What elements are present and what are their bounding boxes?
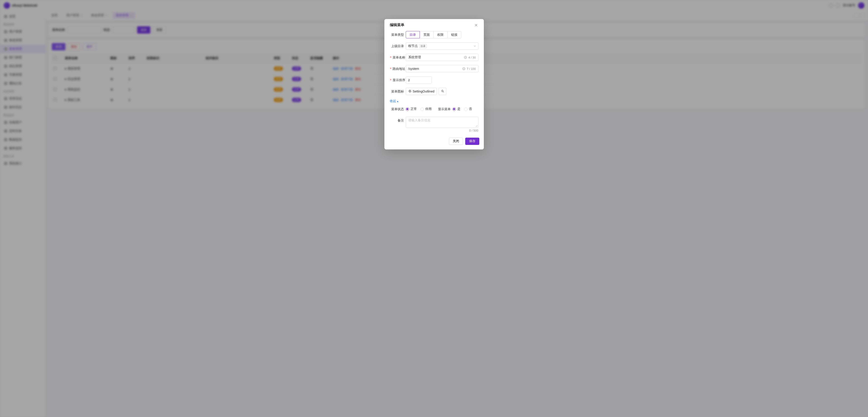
menu-type-page[interactable]: 页面 [420, 31, 434, 38]
status-radio-group: 正常 停用 [406, 107, 432, 111]
menu-type-link[interactable]: 链接 [447, 31, 461, 38]
caret-up-icon: ▲ [397, 100, 399, 103]
svg-point-0 [442, 90, 443, 92]
show-yes-radio[interactable]: 是 [453, 107, 460, 111]
chevron-down-icon [474, 45, 476, 47]
close-icon[interactable] [474, 23, 478, 28]
clear-icon[interactable]: ✕ [464, 56, 467, 59]
name-input[interactable] [408, 54, 464, 61]
sort-input-wrap [406, 76, 432, 84]
show-no-radio[interactable]: 否 [464, 107, 472, 111]
status-disabled-radio[interactable]: 停用 [421, 107, 432, 111]
close-button[interactable]: 关闭 [449, 138, 463, 145]
menu-type-group: 目录 页面 权限 链接 [406, 31, 461, 38]
parent-type-tag: 目录 [419, 44, 427, 48]
menu-type-dir[interactable]: 目录 [406, 31, 420, 38]
icon-search-button[interactable] [439, 88, 446, 95]
parent-label: 上级目录 [390, 42, 406, 50]
clear-icon[interactable]: ✕ [462, 67, 465, 70]
save-button[interactable]: 保存 [465, 138, 479, 145]
name-counter: 4 / 30 [468, 56, 476, 59]
edit-menu-modal: 编辑菜单 菜单类型 目录 页面 权限 链接 上级目 [384, 19, 484, 149]
show-label: 显示菜单 [438, 105, 453, 113]
remark-input-wrap [406, 117, 478, 128]
icon-value: SettingOutlined [413, 90, 435, 93]
collapse-toggle[interactable]: 收起▲ [390, 99, 399, 103]
name-input-wrap: ✕ 4 / 30 [406, 54, 478, 61]
menu-type-label: 菜单类型 [390, 31, 406, 38]
icon-display: SettingOutlined [406, 88, 437, 95]
status-normal-radio[interactable]: 正常 [406, 107, 417, 111]
show-radio-group: 是 否 [453, 107, 472, 111]
name-label: *菜单名称 [390, 54, 406, 61]
menu-type-perm[interactable]: 权限 [433, 31, 447, 38]
status-label: 菜单状态 [390, 105, 406, 113]
remark-input[interactable] [408, 118, 476, 126]
parent-value: 根节点 [408, 44, 418, 48]
route-input[interactable] [408, 65, 462, 72]
modal-title: 编辑菜单 [390, 23, 404, 28]
remark-counter: 0 / 500 [406, 129, 478, 132]
icon-label: 菜单图标 [390, 88, 406, 95]
sort-input[interactable] [406, 77, 432, 83]
gear-icon [408, 90, 411, 94]
parent-select[interactable]: 根节点 目录 [406, 42, 478, 50]
search-icon [441, 90, 444, 94]
route-input-wrap: ✕ 7 / 100 [406, 65, 478, 72]
sort-label: *显示排序 [390, 76, 406, 84]
resize-handle[interactable] [476, 125, 477, 127]
route-counter: 7 / 100 [467, 67, 476, 71]
route-label: *路由地址 [390, 65, 406, 72]
remark-label: 备注 [390, 117, 406, 124]
modal-mask[interactable]: 编辑菜单 菜单类型 目录 页面 权限 链接 上级目 [0, 0, 868, 417]
